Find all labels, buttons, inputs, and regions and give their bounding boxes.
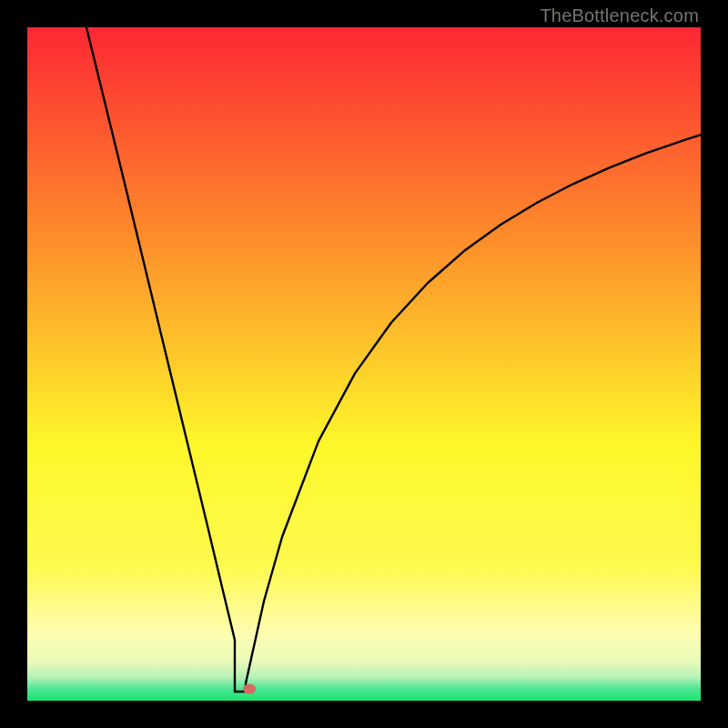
optimal-point-marker [243,683,256,693]
watermark-text: TheBottleneck.com [540,5,699,26]
bottleneck-curve [27,27,701,701]
